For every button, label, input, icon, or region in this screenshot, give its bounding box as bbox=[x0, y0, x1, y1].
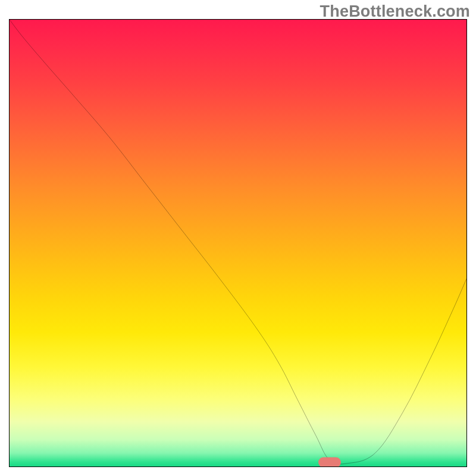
optimal-marker bbox=[318, 458, 341, 467]
bottleneck-curve bbox=[10, 20, 466, 466]
plot-area bbox=[9, 19, 467, 467]
watermark-text: TheBottleneck.com bbox=[320, 2, 470, 21]
chart-stage: TheBottleneck.com bbox=[0, 0, 476, 476]
